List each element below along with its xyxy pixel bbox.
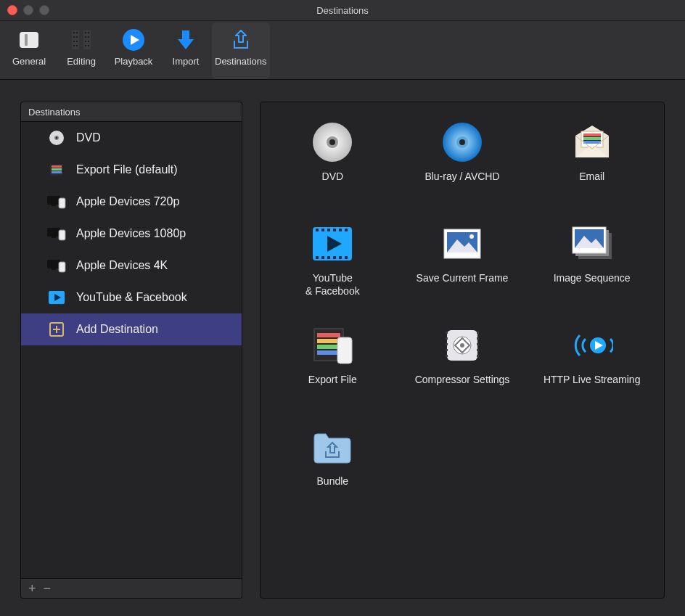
toolbar-tab-destinations[interactable]: Destinations [212,22,270,79]
toolbar-tab-editing[interactable]: Editing [55,22,107,79]
export-file-icon [311,324,353,366]
gallery-item-label: HTTP Live Streaming [544,374,641,387]
gallery-item-label: Image Sequence [554,272,631,285]
svg-rect-63 [339,256,342,259]
gallery-item-label: Save Current Frame [417,272,509,285]
toolbar-tab-import[interactable]: Import [160,22,212,79]
gallery-item-bluray[interactable]: Blu-ray / AVCHD [398,117,528,218]
svg-point-43 [329,139,335,145]
svg-rect-77 [317,339,340,343]
photo-stack-icon [571,223,613,265]
svg-rect-3 [83,30,91,49]
svg-rect-62 [333,256,336,259]
gallery-item-label: Bundle [317,475,349,488]
svg-rect-90 [477,349,479,351]
apple-devices-icon [47,258,66,274]
play-circle-icon [120,27,147,53]
svg-rect-80 [337,337,352,364]
sidebar-item-label: DVD [76,131,101,144]
svg-rect-64 [345,256,348,259]
gallery-item-email[interactable]: Email [527,117,657,218]
sidebar-item-apple-1080p[interactable]: Apple Devices 1080p [21,218,242,250]
sidebar-item-apple-720p[interactable]: Apple Devices 720p [21,186,242,218]
gallery-item-hls[interactable]: HTTP Live Streaming [527,320,657,422]
svg-rect-26 [52,165,62,168]
svg-rect-57 [339,229,342,231]
preferences-toolbar: General Editing Playback Import Destinat… [0,21,685,80]
svg-rect-12 [85,32,86,33]
sidebar-item-export-file[interactable]: Export File (default) [21,154,242,186]
sidebar-item-label: Apple Devices 720p [76,195,179,208]
sidebar-header: Destinations [20,102,242,122]
gallery-item-label: Export File [308,374,357,387]
sidebar-item-label: Export File (default) [76,163,178,176]
sidebar-item-apple-4k[interactable]: Apple Devices 4K [21,250,242,282]
remove-button[interactable]: − [44,582,52,595]
svg-rect-83 [446,337,448,340]
filmstrip-icon [68,27,94,53]
svg-rect-50 [583,137,601,140]
svg-rect-88 [477,337,479,340]
svg-rect-6 [73,41,75,42]
sidebar-item-add-destination[interactable]: Add Destination [21,313,242,345]
svg-rect-33 [52,237,56,238]
gallery-item-bundle[interactable]: Bundle [268,422,398,523]
svg-rect-32 [47,228,60,237]
sidebar-list: DVD Export File (default) Apple Devices … [20,122,242,578]
svg-rect-36 [52,268,56,270]
svg-point-69 [469,234,474,239]
add-button[interactable]: + [28,582,36,595]
toolbar-tab-playback[interactable]: Playback [107,22,160,79]
destinations-sidebar: Destinations DVD Export File (default) [20,102,242,599]
svg-rect-79 [317,350,340,355]
add-square-icon [47,321,66,337]
sidebar-item-youtube-facebook[interactable]: YouTube & Facebook [21,282,242,313]
toolbar-tab-label: General [12,56,46,67]
svg-point-46 [459,139,465,145]
svg-rect-84 [446,343,448,345]
video-play-icon [47,289,66,305]
svg-rect-5 [73,36,75,38]
svg-point-24 [56,137,58,139]
gallery-item-save-frame[interactable]: Save Current Frame [398,218,528,320]
window-title: Destinations [0,5,685,16]
folder-share-icon [311,426,353,468]
svg-rect-89 [477,343,479,345]
gallery-item-label: YouTube & Facebook [305,272,360,297]
svg-rect-87 [477,332,479,334]
svg-rect-37 [59,262,65,272]
gallery-item-dvd[interactable]: DVD [268,117,398,218]
sidebar-item-label: YouTube & Facebook [76,291,187,304]
svg-rect-59 [316,256,319,259]
svg-rect-51 [583,141,601,144]
svg-rect-58 [345,229,348,231]
svg-rect-19 [88,45,89,46]
download-arrow-icon [173,27,199,53]
disc-icon [47,130,66,146]
switch-icon [16,27,42,53]
gallery-item-label: DVD [322,171,344,184]
sidebar-item-label: Apple Devices 4K [76,259,168,272]
svg-rect-15 [85,45,86,46]
svg-rect-82 [446,332,448,334]
gallery-item-export-file[interactable]: Export File [268,320,398,422]
svg-rect-49 [583,134,601,136]
svg-rect-0 [20,32,38,48]
sidebar-item-dvd[interactable]: DVD [21,122,242,154]
svg-rect-17 [88,36,89,38]
sidebar-item-label: Add Destination [76,323,158,336]
toolbar-tab-general[interactable]: General [3,22,55,79]
gallery-item-image-sequence[interactable]: Image Sequence [527,218,657,320]
toolbar-tab-label: Destinations [215,56,267,67]
gallery-item-youtube-facebook[interactable]: YouTube & Facebook [268,218,398,320]
svg-rect-76 [317,333,340,337]
sidebar-footer: + − [20,578,242,599]
envelope-icon [571,121,613,163]
svg-rect-18 [88,41,89,42]
toolbar-tab-label: Import [173,56,200,67]
gallery-item-compressor[interactable]: Compressor Settings [398,320,528,422]
main-content: Destinations DVD Export File (default) [0,80,685,616]
toolbar-tab-label: Playback [115,56,153,67]
photo-icon [441,223,483,265]
filmstrip-color-icon [47,162,66,178]
